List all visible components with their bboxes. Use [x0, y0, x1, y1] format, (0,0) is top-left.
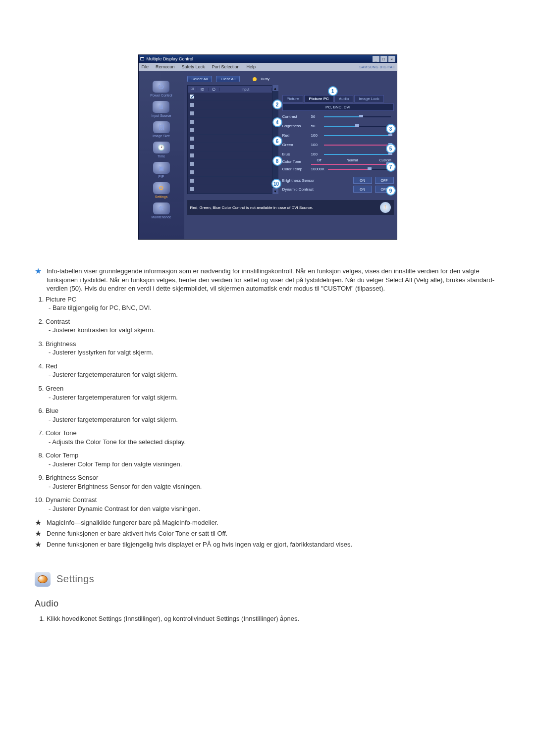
- tab-audio[interactable]: Audio: [334, 95, 353, 102]
- settings-heading: Settings: [56, 572, 94, 586]
- menu-safety-lock[interactable]: Safety Lock: [182, 64, 205, 69]
- list-row[interactable]: [188, 109, 272, 118]
- dynamic-contrast-label: Dynamic Contrast: [282, 187, 325, 192]
- app-icon: 🗔: [140, 56, 145, 61]
- list-row[interactable]: [188, 135, 272, 143]
- list-header-power-icon: 🖵: [209, 88, 220, 91]
- tab-image-lock[interactable]: Image Lock: [354, 95, 383, 102]
- list-row[interactable]: [188, 151, 272, 160]
- list-header-checkbox[interactable]: ☑: [188, 87, 197, 91]
- brightness-sensor-on-button[interactable]: ON: [353, 177, 372, 184]
- list-row[interactable]: [188, 126, 272, 135]
- color-temp-value: 10000K: [311, 167, 328, 171]
- slider-label: Contrast: [282, 114, 311, 119]
- sub-header: PC, BNC, DVI: [282, 103, 394, 111]
- slider-label: Blue: [282, 152, 311, 156]
- audio-heading: Audio: [35, 598, 500, 609]
- sidebar-item-image-size[interactable]: 🖼Image Size: [153, 121, 170, 138]
- audio-steps-list: Klikk hovedikonet Settings (Innstillinge…: [35, 614, 500, 623]
- callout-9: 9: [386, 186, 396, 196]
- settings-section-header: Settings: [35, 572, 500, 587]
- callout-3: 3: [386, 124, 396, 134]
- star-bullet-icon: ★: [35, 540, 42, 549]
- slider-contrast[interactable]: [324, 115, 391, 118]
- color-tone-label: Color Tone: [282, 159, 311, 164]
- list-row[interactable]: [188, 177, 272, 185]
- sidebar-item-settings[interactable]: ⚙Settings: [153, 182, 170, 199]
- window-titlebar: 🗔 Multiple Display Control _ □ ×: [139, 55, 397, 63]
- list-header-input: Input: [220, 88, 272, 91]
- maintenance-icon: 🛠: [153, 202, 170, 214]
- dynamic-contrast-on-button[interactable]: ON: [353, 186, 372, 193]
- pip-icon: ▣: [153, 162, 170, 174]
- brightness-sensor-label: Brightness Sensor: [282, 178, 325, 183]
- settings-section-icon: [35, 572, 51, 587]
- callout-5: 5: [386, 144, 396, 153]
- slider-value: 56: [311, 114, 324, 119]
- star-bullet-icon: ★: [35, 529, 42, 538]
- slider-label: Brightness: [282, 124, 311, 128]
- footer-note-text: Red, Green, Blue Color Control is not av…: [190, 205, 313, 210]
- settings-icon: ⚙: [153, 182, 170, 194]
- color-temp-label: Color Temp: [282, 167, 311, 171]
- callout-6: 6: [272, 136, 282, 146]
- tab-picture[interactable]: Picture: [282, 95, 304, 102]
- sidebar-item-time[interactable]: 🕑Time: [153, 142, 170, 158]
- select-all-button[interactable]: Select All: [187, 76, 213, 82]
- slider-blue[interactable]: [324, 153, 391, 156]
- callout-7: 7: [386, 162, 396, 172]
- color-tone-slider[interactable]: [311, 163, 391, 166]
- window-title: Multiple Display Control: [147, 56, 194, 61]
- scroll-down-icon[interactable]: ▼: [272, 188, 278, 194]
- list-row[interactable]: [188, 185, 272, 194]
- slider-label: Green: [282, 143, 311, 147]
- warning-icon: !: [380, 202, 391, 213]
- callout-10: 10: [271, 179, 281, 189]
- tab-picture-pc[interactable]: Picture PC: [304, 95, 333, 102]
- callout-4: 4: [272, 117, 282, 127]
- sidebar-item-pip[interactable]: ▣PIP: [153, 162, 170, 178]
- sidebar: ⏻Power Control 🖥Input Source 🖼Image Size…: [139, 71, 184, 239]
- sidebar-item-maintenance[interactable]: 🛠Maintenance: [151, 202, 171, 219]
- callout-1: 1: [328, 86, 338, 96]
- list-row[interactable]: [188, 160, 272, 168]
- star-notes: ★MagicInfo—signalkilde fungerer bare på …: [35, 518, 500, 549]
- slider-value: 50: [311, 124, 324, 128]
- sidebar-item-input[interactable]: 🖥Input Source: [152, 101, 171, 117]
- time-icon: 🕑: [153, 142, 170, 153]
- menu-port-selection[interactable]: Port Selection: [212, 64, 240, 69]
- slider-brightness[interactable]: [324, 125, 391, 128]
- star-bullet-icon: ★: [35, 267, 42, 293]
- clear-all-button[interactable]: Clear All: [216, 76, 240, 82]
- menu-remocon[interactable]: Remocon: [156, 64, 175, 69]
- scroll-up-icon[interactable]: ▲: [272, 85, 278, 91]
- power-icon: ⏻: [153, 81, 169, 93]
- input-source-icon: 🖥: [153, 101, 169, 113]
- list-row[interactable]: [188, 101, 272, 109]
- color-temp-slider[interactable]: [328, 168, 391, 171]
- sidebar-item-power[interactable]: ⏻Power Control: [150, 81, 172, 97]
- close-button[interactable]: ×: [388, 56, 395, 62]
- slider-value: 100: [311, 152, 324, 156]
- minimize-button[interactable]: _: [373, 56, 379, 62]
- color-tone-scale: Off Normal Custom: [311, 158, 394, 162]
- menu-help[interactable]: Help: [247, 64, 256, 69]
- brightness-sensor-off-button[interactable]: OFF: [375, 177, 394, 184]
- list-row[interactable]: [188, 168, 272, 177]
- slider-label: Red: [282, 133, 311, 138]
- app-screenshot: 🗔 Multiple Display Control _ □ × File Re…: [138, 54, 397, 240]
- list-row[interactable]: [188, 118, 272, 126]
- busy-label: Busy: [261, 77, 269, 81]
- menu-bar: File Remocon Safety Lock Port Selection …: [139, 63, 397, 71]
- slider-value: 100: [311, 133, 324, 138]
- list-row[interactable]: [188, 93, 272, 101]
- slider-red[interactable]: [324, 134, 391, 137]
- list-row[interactable]: [188, 143, 272, 151]
- star-bullet-icon: ★: [35, 518, 42, 527]
- image-size-icon: 🖼: [153, 121, 170, 133]
- brand-label: SAMSUNG DIGITAll: [359, 65, 394, 69]
- slider-value: 100: [311, 143, 324, 147]
- maximize-button[interactable]: □: [380, 56, 387, 62]
- menu-file[interactable]: File: [142, 64, 149, 69]
- slider-green[interactable]: [324, 144, 391, 147]
